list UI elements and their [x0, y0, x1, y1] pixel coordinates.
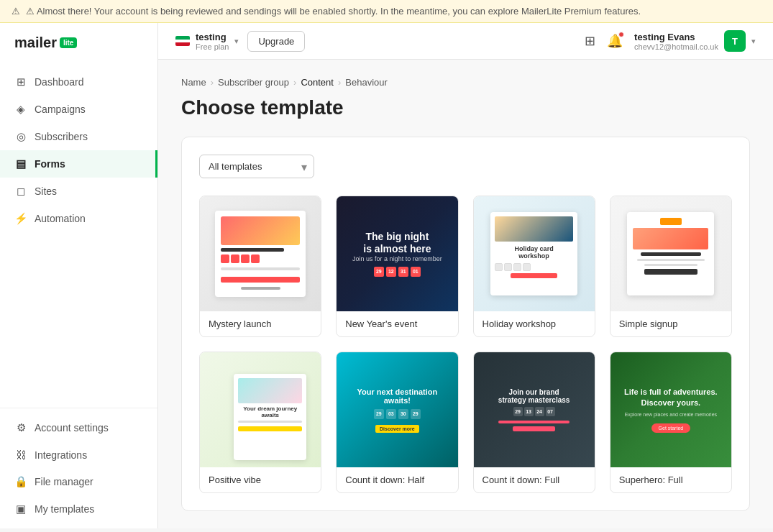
template-card-simple-signup[interactable]: Simple signup: [610, 196, 732, 337]
user-text: testing Evans chevv12@hotmail.co.uk: [634, 32, 718, 51]
template-thumb-positive-vibe: Your dream journey awaits: [200, 352, 321, 467]
account-selector[interactable]: testing Free plan ▾: [175, 32, 239, 51]
templates-grid: Mystery launch The big nightis almost he…: [199, 196, 732, 493]
sidebar-item-account-settings-label: Account settings: [35, 422, 109, 434]
user-chevron-icon: ▾: [751, 37, 756, 46]
user-name: testing Evans: [634, 32, 718, 42]
template-thumb-simple-signup: [610, 196, 731, 311]
breadcrumb-behaviour[interactable]: Behaviour: [345, 77, 388, 88]
template-card-count-down-half[interactable]: Your next destinationawaits! 29 03 30 29…: [336, 352, 458, 493]
banner-text: ⚠ Almost there! Your account is being re…: [26, 6, 641, 17]
sidebar-item-dashboard[interactable]: ⊞ Dashboard: [0, 68, 157, 96]
template-thumb-superhero-full: Life is full of adventures.Discover your…: [610, 352, 731, 467]
breadcrumb-name[interactable]: Name: [181, 77, 206, 88]
sidebar-item-subscribers-label: Subscribers: [35, 131, 88, 142]
sidebar-item-dashboard-label: Dashboard: [35, 76, 84, 88]
automation-icon: ⚡: [14, 212, 27, 225]
breadcrumb-sep-2: ›: [293, 77, 296, 88]
warning-icon: ⚠: [12, 6, 20, 17]
my-templates-icon: ▣: [14, 503, 27, 515]
template-filter-select[interactable]: All templates My templates Basic Holiday…: [199, 155, 314, 178]
upgrade-button[interactable]: Upgrade: [247, 31, 305, 52]
sidebar-item-my-templates-label: My templates: [35, 503, 94, 515]
account-info: testing Free plan: [196, 32, 229, 51]
subscribers-icon: ◎: [14, 130, 27, 143]
notifications-bell[interactable]: 🔔: [607, 33, 623, 49]
template-filter-wrapper: All templates My templates Basic Holiday…: [199, 155, 314, 178]
dashboard-icon: ⊞: [14, 75, 27, 88]
sidebar-item-subscribers[interactable]: ◎ Subscribers: [0, 123, 157, 150]
template-name-superhero-full: Superhero: Full: [610, 467, 731, 492]
template-name-new-years-event: New Year's event: [337, 311, 457, 336]
user-email: chevv12@hotmail.co.uk: [634, 42, 718, 51]
sidebar: mailer lite ⊞ Dashboard ◈ Campaigns ◎ Su…: [0, 23, 158, 528]
sidebar-item-campaigns-label: Campaigns: [35, 104, 86, 115]
account-plan: Free plan: [196, 42, 229, 51]
notification-dot: [618, 32, 624, 37]
campaigns-icon: ◈: [14, 103, 27, 116]
bottom-nav: ⚙ Account settings ⛓ Integrations 🔒 File…: [0, 408, 157, 528]
account-settings-icon: ⚙: [14, 421, 27, 434]
grid-icon[interactable]: ⊞: [585, 33, 595, 49]
sidebar-item-my-templates[interactable]: ▣ My templates: [0, 495, 157, 523]
sidebar-item-file-manager-label: File manager: [35, 476, 93, 487]
sidebar-item-automation[interactable]: ⚡ Automation: [0, 205, 157, 232]
main-nav: ⊞ Dashboard ◈ Campaigns ◎ Subscribers ▤ …: [0, 63, 157, 408]
template-name-positive-vibe: Positive vibe: [200, 467, 321, 492]
template-card-positive-vibe[interactable]: Your dream journey awaits Positive vibe: [199, 352, 321, 493]
template-thumb-count-down-full: Join our brandstrategy masterclass 29 13…: [474, 352, 595, 467]
topbar: testing Free plan ▾ Upgrade ⊞ 🔔 testing …: [158, 23, 773, 60]
sidebar-item-campaigns[interactable]: ◈ Campaigns: [0, 96, 157, 123]
template-thumb-count-down-half: Your next destinationawaits! 29 03 30 29…: [337, 352, 457, 467]
sidebar-item-forms-label: Forms: [35, 158, 65, 170]
breadcrumb-content[interactable]: Content: [301, 77, 334, 88]
account-name: testing: [196, 32, 229, 42]
breadcrumb: Name › Subscriber group › Content › Beha…: [181, 77, 750, 88]
user-info[interactable]: testing Evans chevv12@hotmail.co.uk T ▾: [634, 30, 756, 52]
file-manager-icon: 🔒: [14, 475, 27, 488]
template-card-count-down-full[interactable]: Join our brandstrategy masterclass 29 13…: [473, 352, 595, 493]
sidebar-item-sites-label: Sites: [35, 185, 57, 197]
template-card-mystery-launch[interactable]: Mystery launch: [199, 196, 321, 337]
template-thumb-new-years-event: The big nightis almost here Join us for …: [337, 196, 457, 311]
sites-icon: ◻: [14, 185, 27, 198]
sidebar-item-file-manager[interactable]: 🔒 File manager: [0, 468, 157, 495]
page-title: Choose template: [181, 96, 750, 119]
breadcrumb-sep-1: ›: [211, 77, 214, 88]
sidebar-item-integrations-label: Integrations: [35, 449, 87, 461]
template-name-count-down-half: Count it down: Half: [337, 467, 457, 492]
sidebar-item-account-settings[interactable]: ⚙ Account settings: [0, 414, 157, 441]
main-area: testing Free plan ▾ Upgrade ⊞ 🔔 testing …: [158, 23, 773, 528]
logo: mailer lite: [0, 23, 157, 63]
account-chevron-icon: ▾: [234, 37, 239, 46]
template-name-mystery-launch: Mystery launch: [200, 311, 321, 336]
top-banner: ⚠ ⚠ Almost there! Your account is being …: [0, 0, 773, 23]
template-name-simple-signup: Simple signup: [610, 311, 731, 336]
template-card-new-years-event[interactable]: The big nightis almost here Join us for …: [336, 196, 458, 337]
sidebar-item-automation-label: Automation: [35, 213, 86, 224]
template-card-superhero-full[interactable]: Life is full of adventures.Discover your…: [610, 352, 732, 493]
template-thumb-holiday-workshop: Holiday cardworkshop: [474, 196, 595, 311]
template-name-count-down-full: Count it down: Full: [474, 467, 595, 492]
forms-icon: ▤: [14, 157, 27, 170]
sidebar-item-sites[interactable]: ◻ Sites: [0, 178, 157, 205]
template-name-holiday-workshop: Holiday workshop: [474, 311, 595, 336]
content-area: Name › Subscriber group › Content › Beha…: [158, 60, 773, 528]
logo-text: mailer: [14, 35, 57, 51]
sidebar-item-integrations[interactable]: ⛓ Integrations: [0, 441, 157, 468]
integrations-icon: ⛓: [14, 449, 27, 461]
account-flag: [175, 36, 190, 46]
breadcrumb-sep-3: ›: [338, 77, 341, 88]
template-thumb-mystery-launch: [200, 196, 321, 311]
breadcrumb-subscriber-group[interactable]: Subscriber group: [218, 77, 289, 88]
topbar-right: ⊞ 🔔 testing Evans chevv12@hotmail.co.uk …: [585, 30, 756, 52]
sidebar-item-forms[interactable]: ▤ Forms: [0, 150, 157, 178]
avatar: T: [724, 30, 746, 52]
logo-badge: lite: [60, 37, 77, 48]
template-container: All templates My templates Basic Holiday…: [181, 137, 750, 511]
template-card-holiday-workshop[interactable]: Holiday cardworkshop Holiday work: [473, 196, 595, 337]
filter-row: All templates My templates Basic Holiday…: [199, 155, 732, 178]
